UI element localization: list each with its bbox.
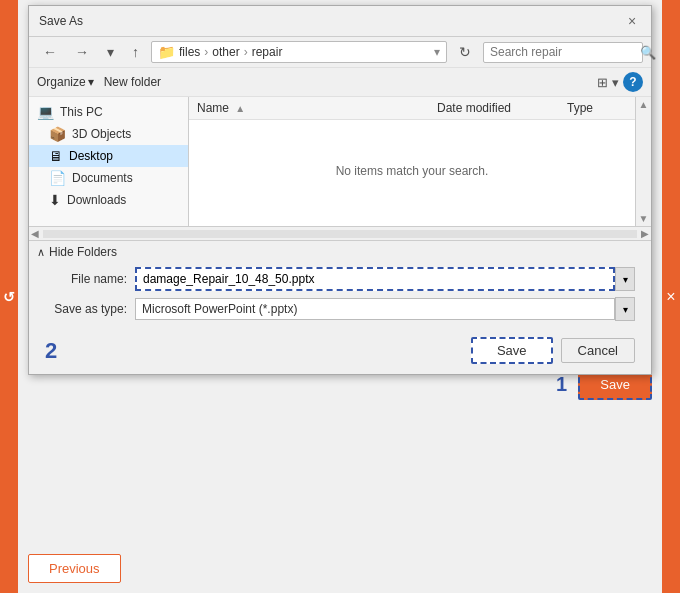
dialog-titlebar: Save As × <box>29 6 651 37</box>
dialog-close-button[interactable]: × <box>623 12 641 30</box>
action-bar: Organize ▾ New folder ⊞ ▾ ? <box>29 68 651 97</box>
filename-dropdown-btn[interactable]: ▾ <box>615 267 635 291</box>
col-type-header: Type <box>567 101 627 115</box>
dialog-buttons: 2 Save Cancel <box>29 331 651 374</box>
save-as-dialog: Save As × ← → ▾ ↑ 📁 files › other › repa… <box>28 5 652 375</box>
horizontal-scrollbar[interactable]: ◀ ▶ <box>29 227 651 241</box>
breadcrumb-bar[interactable]: 📁 files › other › repair ▾ <box>151 41 447 63</box>
downloads-icon: ⬇ <box>49 192 61 208</box>
scroll-track[interactable] <box>43 230 637 238</box>
filename-input[interactable] <box>135 267 615 291</box>
this-pc-label: This PC <box>60 105 103 119</box>
organize-arrow-icon: ▾ <box>88 75 94 89</box>
organize-label: Organize <box>37 75 86 89</box>
col-date-header: Date modified <box>437 101 567 115</box>
3d-objects-icon: 📦 <box>49 126 66 142</box>
file-list-header: Name ▲ Date modified Type <box>189 97 635 120</box>
scrollbar-right[interactable]: ▲ ▼ <box>635 97 651 226</box>
forward-button[interactable]: → <box>69 41 95 63</box>
previous-button[interactable]: Previous <box>28 554 121 583</box>
file-pane: 💻 This PC 📦 3D Objects 🖥 Desktop 📄 Docum… <box>29 97 651 227</box>
col-name-header: Name ▲ <box>197 101 437 115</box>
new-folder-button[interactable]: New folder <box>104 75 161 89</box>
scroll-up-arrow[interactable]: ▲ <box>639 99 649 110</box>
main-content: Save As × ← → ▾ ↑ 📁 files › other › repa… <box>18 0 662 593</box>
left-bar-icon: ↺ <box>3 289 15 305</box>
left-sidebar-bar: ↺ <box>0 0 18 593</box>
back-button[interactable]: ← <box>37 41 63 63</box>
breadcrumb-repair[interactable]: repair <box>252 45 283 59</box>
view-dropdown-button[interactable]: ▾ <box>612 75 619 90</box>
step2-number: 2 <box>45 338 57 364</box>
savetype-row: Save as type: ▾ <box>45 297 635 321</box>
dropdown-button[interactable]: ▾ <box>101 41 120 63</box>
desktop-icon: 🖥 <box>49 148 63 164</box>
hide-folders-arrow-icon: ∧ <box>37 246 45 259</box>
nav-item-documents[interactable]: 📄 Documents <box>29 167 188 189</box>
hide-folders-label: Hide Folders <box>49 245 117 259</box>
dialog-title: Save As <box>39 14 83 28</box>
file-list-empty-message: No items match your search. <box>189 120 635 221</box>
breadcrumb-sep1: › <box>204 45 208 59</box>
help-button[interactable]: ? <box>623 72 643 92</box>
breadcrumb-folder-icon: 📁 <box>158 44 175 60</box>
save-dialog-button[interactable]: Save <box>471 337 553 364</box>
organize-button[interactable]: Organize ▾ <box>37 75 94 89</box>
refresh-button[interactable]: ↻ <box>453 41 477 63</box>
nav-item-downloads[interactable]: ⬇ Downloads <box>29 189 188 211</box>
savetype-label: Save as type: <box>45 302 135 316</box>
breadcrumb-sep2: › <box>244 45 248 59</box>
nav-item-desktop[interactable]: 🖥 Desktop <box>29 145 188 167</box>
filename-row: File name: ▾ <box>45 267 635 291</box>
step1-label: 1 <box>556 373 567 396</box>
file-list: Name ▲ Date modified Type No items match… <box>189 97 635 226</box>
desktop-label: Desktop <box>69 149 113 163</box>
sidebar-nav: 💻 This PC 📦 3D Objects 🖥 Desktop 📄 Docum… <box>29 97 189 226</box>
sort-arrow-icon: ▲ <box>235 103 245 114</box>
3d-objects-label: 3D Objects <box>72 127 131 141</box>
breadcrumb-other[interactable]: other <box>212 45 239 59</box>
dialog-toolbar: ← → ▾ ↑ 📁 files › other › repair ▾ ↻ 🔍 <box>29 37 651 68</box>
filename-label: File name: <box>45 272 135 286</box>
savetype-input[interactable] <box>135 298 615 320</box>
nav-item-3d-objects[interactable]: 📦 3D Objects <box>29 123 188 145</box>
dialog-fields: File name: ▾ Save as type: ▾ <box>29 259 651 331</box>
documents-icon: 📄 <box>49 170 66 186</box>
nav-item-this-pc[interactable]: 💻 This PC <box>29 101 188 123</box>
view-controls: ⊞ ▾ ? <box>597 72 643 92</box>
right-sidebar-bar[interactable]: × <box>662 0 680 593</box>
search-box[interactable]: 🔍 <box>483 42 643 63</box>
breadcrumb-dropdown-arrow: ▾ <box>434 45 440 59</box>
filename-input-wrap: ▾ <box>135 267 635 291</box>
search-icon: 🔍 <box>640 45 656 60</box>
hide-folders-toggle[interactable]: ∧ Hide Folders <box>29 241 651 259</box>
scroll-down-arrow[interactable]: ▼ <box>639 213 649 224</box>
documents-label: Documents <box>72 171 133 185</box>
this-pc-icon: 💻 <box>37 104 54 120</box>
breadcrumb-files[interactable]: files <box>179 45 200 59</box>
savetype-input-wrap: ▾ <box>135 297 635 321</box>
view-toggle-button[interactable]: ⊞ <box>597 75 608 90</box>
downloads-label: Downloads <box>67 193 126 207</box>
search-input[interactable] <box>490 45 640 59</box>
cancel-dialog-button[interactable]: Cancel <box>561 338 635 363</box>
up-button[interactable]: ↑ <box>126 41 145 63</box>
scroll-right-arrow[interactable]: ▶ <box>641 228 649 239</box>
scroll-left-arrow[interactable]: ◀ <box>31 228 39 239</box>
savetype-dropdown-btn[interactable]: ▾ <box>615 297 635 321</box>
right-close-icon[interactable]: × <box>666 288 675 306</box>
